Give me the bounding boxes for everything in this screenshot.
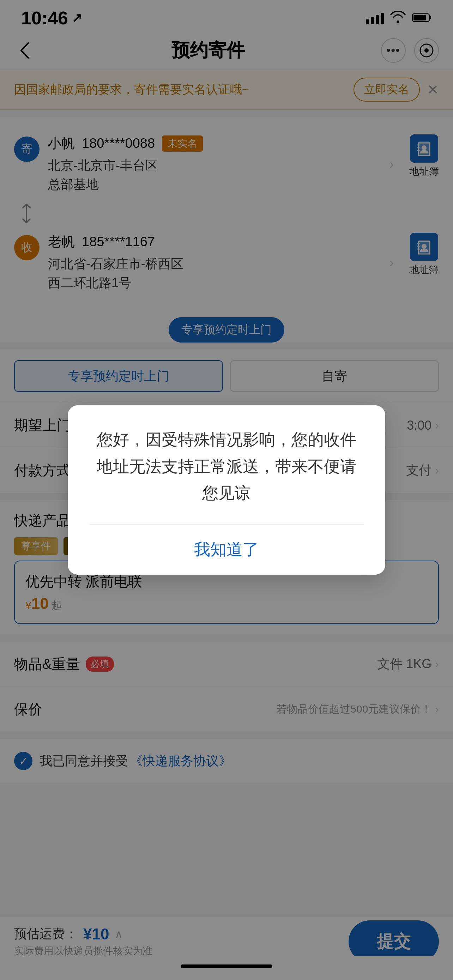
dialog-body: 您好，因受特殊情况影响，您的收件地址无法支持正常派送，带来不便请您见谅	[89, 426, 364, 525]
overlay: 您好，因受特殊情况影响，您的收件地址无法支持正常派送，带来不便请您见谅 我知道了	[0, 0, 453, 980]
dialog: 您好，因受特殊情况影响，您的收件地址无法支持正常派送，带来不便请您见谅 我知道了	[68, 405, 385, 575]
dialog-confirm-button[interactable]: 我知道了	[89, 525, 364, 575]
dialog-confirm-text: 我知道了	[194, 539, 259, 560]
